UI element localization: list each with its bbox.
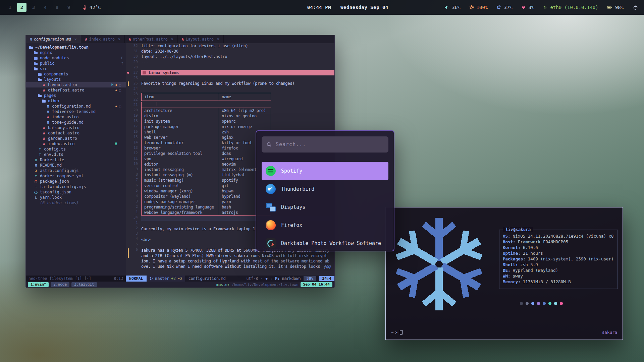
tab-close-icon[interactable]: × (118, 37, 120, 42)
tree-item[interactable]: A index.astro H (26, 141, 126, 146)
table-cell-item: music (streaming) (142, 178, 219, 183)
tree-item[interactable]: src (26, 66, 126, 71)
fetch-info-row: WM:sway (503, 273, 614, 279)
tmux-window-nvim[interactable]: 1:nvim* (28, 282, 49, 287)
launcher-item[interactable]: Thunderbird (262, 180, 388, 198)
tree-item[interactable]: A Layout.astro H ● □ (26, 82, 126, 87)
tree-item[interactable]: L yarn.lock (26, 195, 126, 200)
file-icon (37, 72, 43, 76)
fetch-info-label: WM: (503, 274, 511, 279)
brightness-module[interactable]: 100% (469, 5, 488, 10)
workspace-button[interactable]: 2 (17, 3, 26, 12)
file-icon: {} (33, 179, 39, 184)
workspace-button[interactable]: 8 (52, 3, 62, 12)
tree-item[interactable]: A contact.astro (26, 130, 126, 136)
memory-module[interactable]: 3% (521, 5, 534, 10)
filetype-indicator: markdown (275, 276, 301, 281)
power-button[interactable] (632, 4, 639, 11)
tree-item[interactable]: M configuration.md ● □ (26, 104, 126, 109)
tree-item[interactable]: other (26, 98, 126, 104)
launcher-item[interactable]: Darktable Photo Workflow Software (262, 234, 388, 251)
tree-item[interactable]: layouts (26, 77, 126, 82)
tree-item[interactable]: M fediverse-terms.md (26, 109, 126, 114)
paragraph-line: ion. I have a setup consisting of Hyprla… (141, 258, 332, 264)
tmux-window-lazygit[interactable]: 3:lazygit (71, 282, 97, 287)
heading-icon (143, 71, 146, 74)
file-icon: A (41, 131, 47, 135)
fetch-info-value: NixOS 24.11.20240828.71e91c4 (Vicuna) x8… (513, 234, 614, 239)
fetch-terminal[interactable]: liv@sakura OS:NixOS 24.11.20240828.71e91… (385, 207, 623, 340)
table-row: web server nginx (142, 135, 271, 140)
tree-item[interactable]: pages (26, 93, 126, 98)
launcher-results: Spotify Thunderbird Displays Firefox Dar… (262, 162, 388, 251)
tree-item[interactable]: J astro.config.mjs (26, 168, 126, 173)
file-icon: A (41, 141, 47, 146)
tree-item[interactable]: M tone-guide.md (26, 120, 126, 125)
editor-tab[interactable]: A otherPost.astro × (125, 35, 178, 43)
launcher-item[interactable]: Firefox (262, 216, 388, 234)
tree-item-label: config.ts (44, 147, 66, 152)
shell-prompt[interactable]: ~> (391, 330, 402, 335)
tree-item[interactable]: ~/Development/liv.town (26, 45, 126, 50)
tab-close-icon[interactable]: × (217, 37, 219, 42)
tree-item[interactable]: {} tsconfig.json (26, 189, 126, 195)
cpu-module[interactable]: 37% (496, 5, 512, 10)
speaker-icon (444, 5, 449, 10)
workspace-button[interactable]: 4 (41, 3, 50, 12)
tree-item[interactable]: {} package.json (26, 179, 126, 184)
tab-close-icon[interactable]: × (171, 37, 173, 42)
launcher-search[interactable]: Search... (262, 136, 388, 153)
app-icon (266, 184, 276, 194)
memory-value: 3% (529, 5, 534, 10)
table-cell-item: privilege escalation tool (142, 151, 219, 156)
tree-item[interactable]: nginx (26, 50, 126, 55)
tree-item[interactable]: components (26, 71, 126, 77)
tree-item[interactable]: A index.astro (26, 114, 126, 120)
launcher-item[interactable]: Spotify (262, 162, 388, 180)
temperature-value: 42°C (90, 5, 101, 10)
file-icon (33, 56, 39, 60)
tree-item[interactable]: A balcony.astro (26, 125, 126, 130)
fetch-info-row: OS:NixOS 24.11.20240828.71e91c4 (Vicuna)… (503, 233, 614, 239)
tree-item[interactable]: A garden.astro (26, 136, 126, 141)
tree-item[interactable]: Y docker-compose.yml (26, 173, 126, 179)
volume-module[interactable]: 36% (444, 5, 460, 10)
tree-item[interactable]: D Dockerfile (26, 157, 126, 163)
tab-close-icon[interactable]: × (74, 37, 77, 42)
git-hint-badge: H (115, 142, 117, 146)
tree-item[interactable]: (6 hidden items) (26, 200, 126, 205)
launcher-item[interactable]: Displays (262, 198, 388, 216)
tab-label: Layout.astro (186, 37, 214, 42)
network-module[interactable]: eth0 (10.0.0.140) (543, 5, 598, 10)
clock: 04:44 PM Wednesday Sep 04 (307, 5, 388, 10)
table-cell-item: web server (142, 135, 219, 140)
editor-tab[interactable]: A Layout.astro × (178, 35, 224, 43)
fetch-info-value: 11731MiB / 31280MiB (523, 279, 571, 284)
tab-label: configuration.md (34, 37, 71, 42)
table-cell-item: package manager (142, 124, 219, 129)
editor-tab[interactable]: M configuration.md × (26, 35, 81, 43)
fetch-info-row: Shell:zsh 5.9 (503, 262, 614, 267)
file-icon: T (37, 152, 43, 157)
file-icon: M (45, 120, 51, 125)
tree-item[interactable]: A otherPost.astro ● □ (26, 87, 126, 93)
workspace-button[interactable]: 1 (5, 3, 15, 12)
tree-item-label: garden.astro (48, 136, 77, 141)
tree-item[interactable]: T config.ts (26, 146, 126, 152)
fetch-info-value: 21 hours (523, 251, 543, 256)
tree-item[interactable]: M README.md (26, 163, 126, 168)
tree-item[interactable]: public ? (26, 61, 126, 66)
table-row: nodejs package manager yarn (142, 199, 271, 204)
editor-tab[interactable]: A index.astro × (81, 35, 125, 43)
file-icon: M (45, 104, 51, 109)
workspace-button[interactable]: 3 (29, 3, 38, 12)
frontmatter-line: --- (141, 59, 332, 65)
battery-module[interactable]: 98% (607, 5, 624, 10)
tree-item[interactable]: node_modules E (26, 55, 126, 61)
tmux-window-node[interactable]: 2:node (51, 282, 69, 287)
workspace-button[interactable]: 9 (64, 3, 73, 12)
file-icon: T (37, 147, 43, 152)
tree-item[interactable]: ~ tailwind.config.mjs (26, 184, 126, 189)
tree-item[interactable]: T env.d.ts (26, 152, 126, 157)
fetch-info-value: Framework FRANMDCP05 (518, 239, 569, 244)
